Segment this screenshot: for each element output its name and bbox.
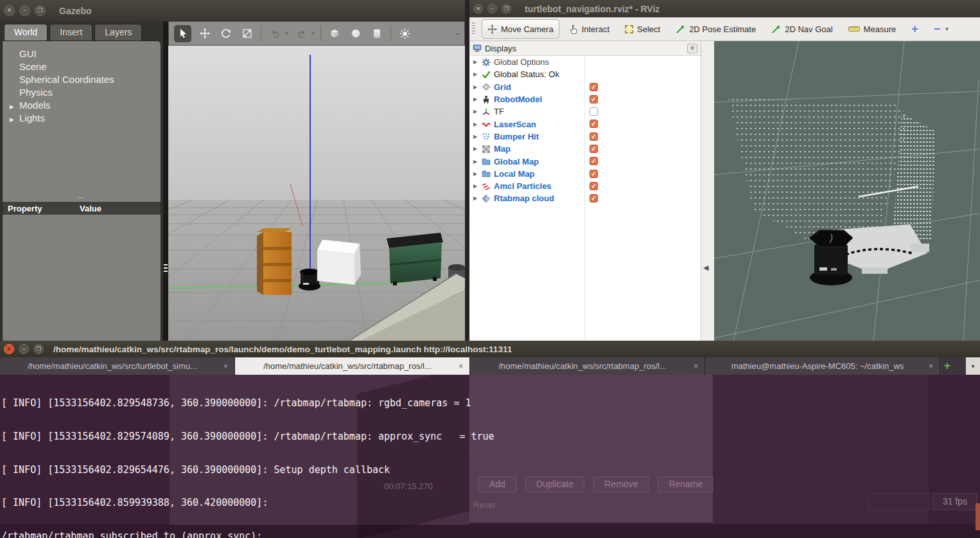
- display-row-local-map[interactable]: ▶ Local Map: [469, 168, 701, 180]
- rotate-tool-button[interactable]: [218, 26, 234, 41]
- scale-tool-button[interactable]: [240, 26, 255, 41]
- expander-icon[interactable]: ▶: [473, 71, 478, 77]
- panel-resize-strip[interactable]: ◀: [701, 41, 714, 341]
- select-label: Select: [637, 24, 660, 34]
- display-checkbox[interactable]: [590, 182, 598, 190]
- close-panel-button[interactable]: ✕: [687, 44, 697, 53]
- collapse-panel-icon[interactable]: ◀: [703, 264, 708, 272]
- maximize-button[interactable]: ❐: [33, 344, 44, 354]
- display-row-grid[interactable]: ▶ Grid: [469, 81, 701, 93]
- translate-tool-button[interactable]: [197, 26, 213, 41]
- display-row-map[interactable]: ▶ Map: [469, 143, 701, 155]
- tree-item-gui[interactable]: GUI: [3, 48, 161, 60]
- tab-layers[interactable]: Layers: [94, 24, 142, 40]
- display-label: Amcl Particles: [494, 181, 552, 191]
- select-tool-button[interactable]: [174, 25, 191, 42]
- new-tab-button[interactable]: +: [940, 357, 954, 375]
- insert-light-button[interactable]: [397, 26, 412, 41]
- tree-item-lights[interactable]: ▶Lights: [3, 112, 161, 125]
- expander-icon[interactable]: ▶: [473, 121, 478, 127]
- add-tool-button[interactable]: +: [906, 19, 923, 39]
- maximize-button[interactable]: ❐: [502, 4, 511, 13]
- move-camera-tool[interactable]: Move Camera: [482, 19, 559, 39]
- display-checkbox[interactable]: [590, 132, 598, 141]
- display-row-global-status[interactable]: ▶ Global Status: Ok: [469, 68, 701, 80]
- insert-sphere-button[interactable]: [348, 26, 363, 41]
- insert-cylinder-button[interactable]: [369, 26, 385, 41]
- tree-item-spherical-coordinates[interactable]: Spherical Coordinates: [3, 73, 161, 86]
- display-label: LaserScan: [494, 120, 536, 129]
- expander-icon[interactable]: ▶: [473, 183, 478, 189]
- expander-icon[interactable]: ▶: [10, 114, 14, 125]
- close-tab-icon[interactable]: ×: [223, 362, 228, 371]
- turtlebot-model: [809, 230, 853, 285]
- expander-icon[interactable]: ▶: [473, 134, 478, 139]
- terminal-tab-2[interactable]: /home/mathieu/catkin_ws/src/rtabmap_ros/…: [235, 357, 470, 375]
- close-button[interactable]: ✕: [4, 5, 15, 16]
- display-row-amcl-particles[interactable]: ▶ Amcl Particles: [469, 180, 701, 192]
- expander-icon[interactable]: ▶: [473, 109, 478, 114]
- terminal-tab-1[interactable]: /home/mathieu/catkin_ws/src/turtlebot_si…: [0, 357, 235, 375]
- expander-icon[interactable]: ▶: [473, 171, 478, 177]
- display-row-laserscan[interactable]: ▶ LaserScan: [469, 118, 701, 130]
- interact-tool[interactable]: Interact: [564, 19, 615, 39]
- expander-icon[interactable]: ▶: [473, 59, 478, 65]
- display-checkbox[interactable]: [590, 157, 598, 165]
- tree-item-scene[interactable]: Scene: [3, 60, 161, 73]
- display-row-rtabmap-cloud[interactable]: ▶ Rtabmap cloud: [469, 192, 701, 204]
- expander-icon[interactable]: ▶: [473, 96, 478, 102]
- display-checkbox[interactable]: [590, 107, 598, 116]
- undo-dropdown-icon[interactable]: ▾: [285, 30, 288, 37]
- display-checkbox[interactable]: [590, 194, 598, 202]
- display-row-global-options[interactable]: ▶ Global Options: [469, 56, 701, 68]
- minimize-button[interactable]: −: [487, 4, 497, 13]
- tree-item-physics[interactable]: Physics: [3, 86, 161, 99]
- expander-icon[interactable]: ▶: [473, 146, 478, 152]
- display-checkbox[interactable]: [590, 95, 598, 103]
- display-checkbox[interactable]: [590, 83, 598, 91]
- select-tool[interactable]: Select: [620, 19, 665, 39]
- tab-world[interactable]: World: [4, 24, 48, 40]
- tree-item-models[interactable]: ▶Models: [3, 99, 161, 112]
- splitter-grip-icon[interactable]: ⋯: [3, 195, 161, 201]
- display-row-tf[interactable]: ▶ TF: [469, 105, 701, 118]
- display-label: Rtabmap cloud: [494, 193, 554, 203]
- expander-icon[interactable]: ▶: [10, 101, 14, 112]
- expander-icon[interactable]: ▶: [473, 195, 478, 201]
- remove-tool-button[interactable]: −▾: [929, 19, 954, 39]
- panel-splitter[interactable]: [163, 21, 168, 341]
- minimize-button[interactable]: −: [19, 344, 29, 354]
- toolbar-drag-handle[interactable]: [472, 22, 475, 35]
- nav-goal-tool[interactable]: 2D Nav Goal: [766, 19, 837, 39]
- measure-tool[interactable]: Measure: [843, 19, 902, 39]
- terminal-tab-3[interactable]: /home/mathieu/catkin_ws/src/rtabmap_ros/…: [470, 357, 705, 375]
- close-tab-icon[interactable]: ×: [694, 362, 698, 371]
- display-checkbox[interactable]: [590, 145, 598, 153]
- rviz-3d-viewport[interactable]: [714, 41, 980, 341]
- maximize-button[interactable]: ❐: [35, 5, 46, 16]
- undo-button[interactable]: [267, 26, 283, 41]
- close-button[interactable]: ×: [4, 344, 14, 354]
- displays-panel-header[interactable]: Displays ✕: [469, 41, 701, 56]
- pose-estimate-tool[interactable]: 2D Pose Estimate: [670, 19, 761, 39]
- expander-icon[interactable]: ▶: [473, 84, 478, 90]
- close-tab-icon[interactable]: ×: [929, 362, 933, 371]
- redo-button[interactable]: [294, 26, 310, 41]
- minimize-button[interactable]: −: [19, 5, 30, 16]
- close-button[interactable]: ✕: [473, 4, 483, 13]
- tab-insert[interactable]: Insert: [49, 24, 92, 40]
- terminal-content[interactable]: Add Duplicate Remove Rename 31 fps 00:07…: [0, 375, 980, 538]
- display-checkbox[interactable]: [590, 170, 598, 178]
- terminal-tab-4[interactable]: mathieu@mathieu-Aspire-MC605: ~/catkin_w…: [705, 357, 940, 375]
- toolbar-overflow-icon[interactable]: -: [456, 28, 459, 39]
- display-row-bumper-hit[interactable]: ▶ Bumper Hit: [469, 130, 701, 143]
- redo-dropdown-icon[interactable]: ▾: [312, 30, 315, 37]
- display-row-robotmodel[interactable]: ▶ RobotModel: [469, 93, 701, 105]
- close-tab-icon[interactable]: ×: [459, 362, 463, 371]
- display-row-global-map[interactable]: ▶ Global Map: [469, 155, 701, 167]
- tab-list-dropdown[interactable]: ▾: [966, 357, 980, 375]
- display-checkbox[interactable]: [590, 120, 598, 128]
- expander-icon[interactable]: ▶: [473, 159, 478, 165]
- gazebo-3d-viewport[interactable]: [168, 46, 465, 341]
- insert-box-button[interactable]: [327, 26, 342, 41]
